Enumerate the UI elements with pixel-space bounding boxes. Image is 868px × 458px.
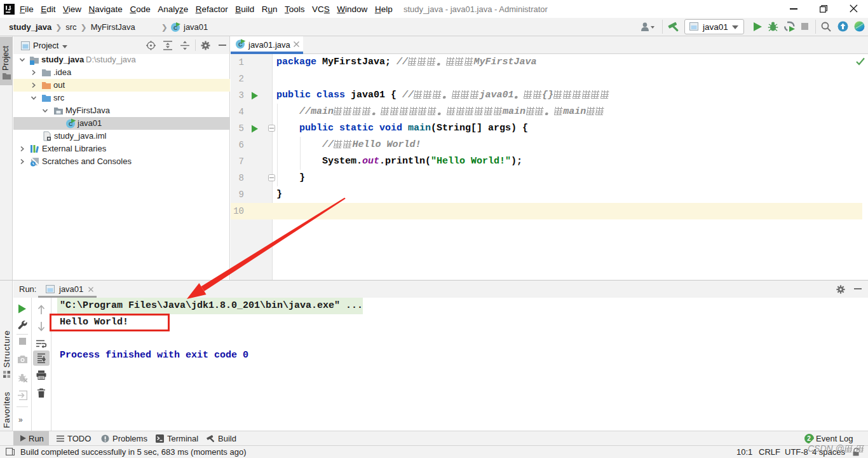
svg-text:2: 2 <box>807 435 811 442</box>
